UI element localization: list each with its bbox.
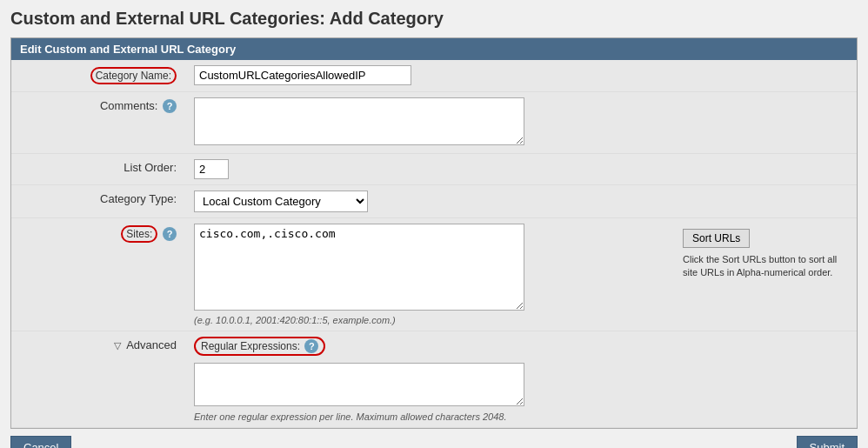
category-type-select[interactable]: Local Custom Category External Dynamic L…: [194, 191, 368, 212]
category-type-label: Category Type:: [100, 192, 177, 205]
sites-help-icon[interactable]: ?: [163, 227, 177, 241]
comments-help-icon[interactable]: ?: [163, 99, 177, 113]
list-order-field: [185, 154, 857, 184]
category-name-required-circle: Category Name:: [90, 67, 177, 84]
sites-textarea[interactable]: cisco.com,.cisco.com: [194, 224, 524, 311]
category-type-row: Category Type: Local Custom Category Ext…: [11, 185, 857, 218]
bottom-bar: Cancel Submit: [10, 429, 858, 448]
regex-textarea[interactable]: [194, 363, 524, 406]
comments-label: Comments:: [100, 99, 157, 112]
sort-urls-button[interactable]: Sort URLs: [683, 229, 750, 248]
list-order-row: List Order:: [11, 154, 857, 185]
page-title: Custom and External URL Categories: Add …: [10, 9, 858, 29]
regex-hint: Enter one regular expression per line. M…: [194, 411, 848, 422]
sites-hint: (e.g. 10.0.0.1, 2001:420:80:1::5, exampl…: [194, 315, 674, 325]
sites-label-cell: Sites: ?: [11, 218, 185, 250]
cancel-button[interactable]: Cancel: [10, 436, 71, 448]
list-order-label-cell: List Order:: [11, 154, 185, 181]
regex-circle-label: Regular Expressions: ?: [194, 337, 325, 356]
category-name-input[interactable]: [194, 65, 411, 85]
comments-row: Comments: ?: [11, 92, 857, 154]
list-order-input[interactable]: [194, 159, 229, 179]
category-name-row: Category Name:: [11, 60, 857, 92]
advanced-row: ▽ Advanced Regular Expressions: ? Enter …: [11, 331, 857, 428]
list-order-label: List Order:: [124, 161, 177, 174]
comments-field: [185, 92, 857, 153]
category-type-field: Local Custom Category External Dynamic L…: [185, 185, 857, 217]
regex-help-icon[interactable]: ?: [304, 339, 318, 353]
comments-textarea[interactable]: [194, 97, 524, 145]
comments-label-cell: Comments: ?: [11, 92, 185, 120]
sites-row: Sites: ? cisco.com,.cisco.com (e.g. 10.0…: [11, 218, 857, 331]
submit-button[interactable]: Submit: [797, 436, 858, 448]
advanced-label-cell: ▽ Advanced: [11, 331, 185, 358]
sites-textarea-col: cisco.com,.cisco.com (e.g. 10.0.0.1, 200…: [194, 224, 674, 325]
sort-hint: Click the Sort URLs button to sort all s…: [683, 253, 839, 280]
category-name-field: [185, 60, 857, 90]
form-panel: Edit Custom and External URL Category Ca…: [10, 37, 858, 429]
advanced-triangle-icon: ▽: [114, 340, 121, 351]
panel-header: Edit Custom and External URL Category: [11, 38, 857, 60]
advanced-label-text[interactable]: Advanced: [126, 338, 177, 351]
category-name-label: Category Name:: [11, 60, 185, 91]
sites-field-area: cisco.com,.cisco.com (e.g. 10.0.0.1, 200…: [185, 218, 857, 331]
advanced-field: Regular Expressions: ? Enter one regular…: [185, 331, 857, 427]
sort-col: Sort URLs Click the Sort URLs button to …: [674, 224, 848, 325]
category-type-label-cell: Category Type:: [11, 185, 185, 212]
sites-circle-label: Sites:: [121, 225, 157, 243]
